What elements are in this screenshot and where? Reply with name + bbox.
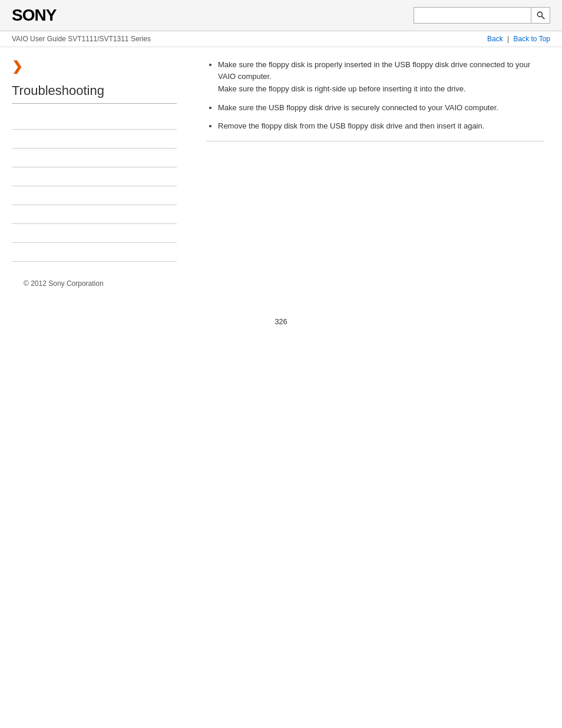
svg-line-1 — [541, 17, 544, 19]
svg-point-0 — [537, 12, 542, 17]
bullet-text-3: Remove the floppy disk from the USB flop… — [218, 121, 484, 130]
list-item[interactable] — [12, 149, 177, 167]
list-item[interactable] — [12, 186, 177, 205]
bullet-item-1: Make sure the floppy disk is properly in… — [218, 59, 544, 95]
header: SONY — [0, 0, 562, 31]
list-item[interactable] — [12, 130, 177, 149]
list-item[interactable] — [12, 167, 177, 186]
chevron-icon: ❯ — [12, 59, 177, 74]
search-button[interactable] — [531, 7, 550, 24]
sony-logo: SONY — [12, 6, 56, 25]
bullet-text-1-main: Make sure the floppy disk is properly in… — [218, 60, 530, 81]
search-icon — [536, 11, 546, 20]
nav-bar: VAIO User Guide SVT1111/SVT1311 Series B… — [0, 31, 562, 47]
sidebar-link[interactable] — [12, 248, 14, 256]
sidebar-links — [12, 111, 177, 262]
section-title: Troubleshooting — [12, 83, 177, 104]
back-link[interactable]: Back — [487, 35, 503, 43]
bullet-item-2: Make sure the USB floppy disk drive is s… — [218, 102, 544, 114]
search-input[interactable] — [414, 7, 531, 24]
sidebar: ❯ Troubleshooting © 2012 Sony Corporatio… — [0, 47, 189, 305]
bullet-text-2: Make sure the USB floppy disk drive is s… — [218, 103, 498, 112]
sidebar-link[interactable] — [12, 135, 14, 143]
bullet-text-1-sub: Make sure the floppy disk is right-side … — [218, 83, 544, 95]
sidebar-link[interactable] — [12, 116, 14, 124]
sidebar-link[interactable] — [12, 154, 14, 162]
list-item[interactable] — [12, 205, 177, 224]
content-list: Make sure the floppy disk is properly in… — [206, 59, 544, 132]
footer: © 2012 Sony Corporation — [12, 262, 177, 294]
nav-links: Back | Back to Top — [487, 35, 550, 43]
sidebar-link[interactable] — [12, 192, 14, 200]
copyright: © 2012 Sony Corporation — [24, 279, 165, 288]
list-item[interactable] — [12, 224, 177, 243]
sidebar-link[interactable] — [12, 229, 14, 238]
sidebar-link[interactable] — [12, 210, 14, 219]
main-content: ❯ Troubleshooting © 2012 Sony Corporatio… — [0, 47, 562, 305]
list-item[interactable] — [12, 243, 177, 262]
bullet-item-3: Remove the floppy disk from the USB flop… — [218, 120, 544, 132]
sidebar-link[interactable] — [12, 173, 14, 181]
list-item[interactable] — [12, 111, 177, 130]
nav-separator: | — [507, 35, 509, 43]
content-area: Make sure the floppy disk is properly in… — [189, 47, 562, 305]
page-number: 326 — [0, 305, 562, 338]
search-area — [414, 7, 550, 24]
guide-title: VAIO User Guide SVT1111/SVT1311 Series — [12, 35, 151, 43]
content-divider — [206, 141, 544, 141]
back-to-top-link[interactable]: Back to Top — [514, 35, 550, 43]
